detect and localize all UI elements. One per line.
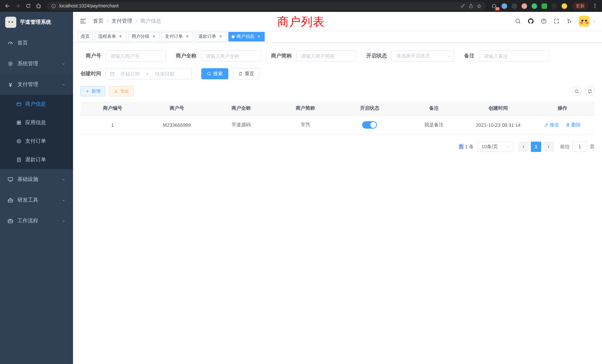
tabs-bar: 首页 流程表单× 用户分组× 支付订单× 退款订单× 商户信息× bbox=[73, 30, 602, 43]
breadcrumb-payment[interactable]: 支付管理 bbox=[112, 18, 132, 24]
delete-link[interactable]: 删除 bbox=[566, 122, 581, 128]
bookmark-star-icon[interactable] bbox=[477, 3, 482, 8]
browser-update-button[interactable]: 更新 bbox=[572, 2, 588, 10]
goto-page-input[interactable] bbox=[572, 141, 587, 152]
start-date-input[interactable] bbox=[116, 71, 144, 76]
fullscreen-button[interactable] bbox=[553, 18, 559, 24]
sidebar-toggle-button[interactable] bbox=[79, 17, 87, 25]
breadcrumb: 首页 / 支付管理 / 商户信息 bbox=[93, 18, 161, 24]
remark-input[interactable] bbox=[479, 50, 549, 62]
sidebar-menu: 首页 系统管理 ¥ 支付管理 商户信息 bbox=[0, 33, 73, 231]
docs-help-button[interactable] bbox=[541, 18, 547, 24]
briefcase-icon bbox=[7, 218, 13, 224]
close-tab-icon[interactable]: × bbox=[185, 34, 190, 39]
ext-icon-green-square[interactable] bbox=[541, 3, 548, 9]
search-button[interactable]: 搜索 bbox=[201, 68, 228, 79]
browser-reload-button[interactable] bbox=[24, 2, 32, 10]
merchant-no-input[interactable] bbox=[106, 50, 166, 62]
table-header-row: 商户编号 商户号 商户全称 商户简称 开启状态 备注 创建时间 操作 bbox=[80, 102, 595, 115]
cell-remark: 我是备注 bbox=[402, 115, 466, 135]
refresh-icon bbox=[238, 72, 243, 76]
chevron-down-icon bbox=[447, 54, 451, 58]
refresh-table-button[interactable] bbox=[585, 86, 595, 96]
header-actions bbox=[515, 16, 596, 27]
ext-icon-blue[interactable] bbox=[501, 3, 507, 9]
sidebar-item-app-info[interactable]: 应用信息 bbox=[0, 113, 73, 132]
page-1-button[interactable]: 1 bbox=[531, 141, 541, 152]
github-button[interactable] bbox=[527, 18, 534, 24]
close-tab-icon[interactable]: × bbox=[151, 34, 156, 39]
font-size-icon bbox=[566, 18, 572, 24]
sidebar-item-payment[interactable]: ¥ 支付管理 bbox=[0, 74, 73, 95]
status-select[interactable]: 请选择开启状态 bbox=[391, 50, 454, 62]
sidebar-item-label: 研发工具 bbox=[17, 197, 38, 203]
breadcrumb-home[interactable]: 首页 bbox=[93, 18, 103, 24]
cell-merchant-no: M233666999 bbox=[145, 115, 209, 135]
app-logo[interactable]: 芋道管理系统 bbox=[0, 12, 73, 33]
col-actions: 操作 bbox=[530, 102, 595, 115]
ext-icon-green-circle[interactable] bbox=[531, 3, 538, 9]
edit-link[interactable]: 修改 bbox=[544, 122, 559, 128]
add-button[interactable]: 新增 bbox=[80, 86, 105, 96]
sidebar-item-infrastructure[interactable]: 基础设施 bbox=[0, 169, 73, 190]
page-size-value: 10条/页 bbox=[482, 143, 498, 150]
full-name-input[interactable] bbox=[201, 50, 261, 62]
sidebar-item-refund-order[interactable]: 退款订单 bbox=[0, 150, 73, 169]
dark-extension-icon bbox=[511, 3, 517, 9]
table-mini-actions bbox=[572, 86, 595, 96]
tab-process-form[interactable]: 流程表单× bbox=[95, 32, 126, 41]
next-page-button[interactable] bbox=[543, 141, 554, 152]
page-size-select[interactable]: 10条/页 bbox=[477, 141, 513, 152]
breadcrumb-current: 商户信息 bbox=[140, 18, 161, 24]
tab-refund-order[interactable]: 退款订单× bbox=[195, 32, 226, 41]
browser-forward-button[interactable] bbox=[14, 2, 21, 10]
sidebar-item-dev-tools[interactable]: 研发工具 bbox=[0, 190, 73, 211]
prev-page-button[interactable] bbox=[518, 141, 529, 152]
toolbox-icon bbox=[7, 197, 13, 203]
close-tab-icon[interactable]: × bbox=[218, 34, 223, 39]
sidebar-item-pay-order[interactable]: 支付订单 bbox=[0, 132, 73, 150]
short-name-input[interactable] bbox=[296, 50, 357, 62]
calendar-icon bbox=[110, 71, 115, 76]
reset-button[interactable]: 重置 bbox=[233, 68, 260, 79]
tab-merchant-info[interactable]: 商户信息× bbox=[228, 32, 265, 41]
user-menu[interactable] bbox=[579, 16, 596, 27]
ext-icon-dark[interactable] bbox=[511, 3, 517, 9]
date-range-picker[interactable]: - bbox=[106, 68, 192, 79]
status-toggle[interactable] bbox=[362, 121, 377, 129]
sidebar-item-home[interactable]: 首页 bbox=[0, 33, 73, 53]
close-tab-icon[interactable]: × bbox=[256, 34, 261, 39]
export-button[interactable]: 导出 bbox=[109, 86, 134, 96]
col-merchant-no: 商户号 bbox=[145, 102, 209, 115]
ext-icon-yellow[interactable] bbox=[561, 3, 568, 9]
sidebar-item-label: 支付订单 bbox=[25, 138, 46, 145]
tab-user-group[interactable]: 用户分组× bbox=[128, 32, 160, 41]
header-search-button[interactable] bbox=[515, 18, 521, 24]
end-date-input[interactable] bbox=[151, 71, 179, 76]
sidebar-item-merchant-info[interactable]: 商户信息 bbox=[0, 95, 73, 113]
ext-icon-pinwheel[interactable] bbox=[551, 3, 558, 9]
page-info-icon[interactable] bbox=[51, 3, 56, 8]
tab-pay-order[interactable]: 支付订单× bbox=[162, 32, 193, 41]
browser-back-button[interactable] bbox=[4, 2, 11, 10]
close-tab-icon[interactable]: × bbox=[118, 34, 123, 39]
browser-menu-button[interactable] bbox=[592, 3, 598, 9]
share-icon[interactable] bbox=[469, 3, 473, 8]
font-size-button[interactable] bbox=[566, 18, 572, 24]
tab-home[interactable]: 首页 bbox=[77, 32, 93, 41]
date-range-separator: - bbox=[146, 70, 149, 77]
tab-label: 用户分组 bbox=[132, 33, 149, 40]
url-bar[interactable]: localhost:1024/pay/merchant bbox=[47, 2, 486, 10]
toggle-search-button[interactable] bbox=[572, 86, 581, 96]
credit-card-icon bbox=[16, 102, 22, 107]
extensions-puzzle-icon[interactable]: 10 bbox=[491, 3, 497, 9]
sidebar: 芋道管理系统 首页 系统管理 ¥ 支付管理 bbox=[0, 12, 73, 364]
browser-home-button[interactable] bbox=[35, 2, 42, 10]
password-key-icon[interactable] bbox=[460, 3, 465, 8]
tab-label: 支付订单 bbox=[165, 33, 183, 40]
sidebar-item-workflow[interactable]: 工作流程 bbox=[0, 211, 73, 231]
ext-icon-avatar[interactable] bbox=[521, 3, 527, 9]
sidebar-item-system[interactable]: 系统管理 bbox=[0, 53, 73, 74]
browser-toolbar: localhost:1024/pay/merchant 10 更新 bbox=[0, 0, 602, 12]
pagination-jump: 前往 页 bbox=[560, 141, 595, 152]
